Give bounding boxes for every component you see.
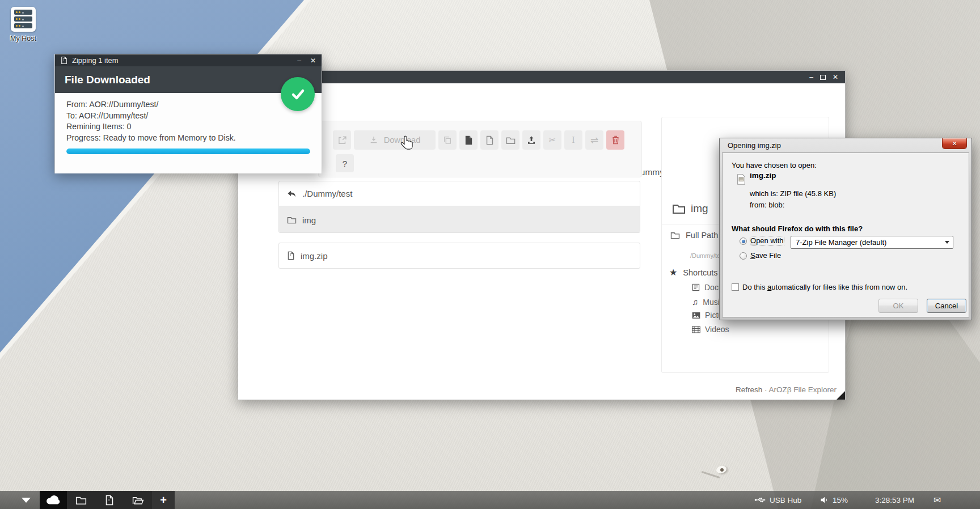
zipping-details: From: AOR://Dummy/test/ To: AOR://Dummy/… [55,93,322,173]
dialog-source: from: blob: [750,201,784,209]
copy-button[interactable] [438,130,457,150]
taskbar-cloud-app[interactable] [40,491,67,509]
shortcut-videos[interactable]: Videos [692,325,729,334]
minimize-icon[interactable]: – [809,74,813,80]
progress-bar [66,149,310,154]
selected-item-heading: img [672,202,708,215]
messages-tray-item[interactable]: ✉ [933,491,941,509]
do-automatically-label[interactable]: Do this automatically for files like thi… [742,283,907,291]
open-with-label[interactable]: Open with [750,236,784,245]
list-item-label: img.zip [301,251,328,261]
rename-button[interactable]: I [564,130,582,150]
dialog-filetype: which is: ZIP file (45.8 KB) [750,189,836,198]
usb-icon [754,496,766,504]
music-icon: ♫ [692,297,698,307]
server-icon [11,7,36,32]
ok-button[interactable]: OK [878,299,918,313]
list-item-folder-selected[interactable]: img [279,206,640,233]
close-icon[interactable]: ✕ [833,74,838,80]
volume-label: 15% [833,496,848,504]
upload-button[interactable] [522,130,540,150]
download-button[interactable]: Download [354,130,436,150]
file-list-zip: img.zip [278,243,640,269]
progress-bar-fill [66,149,310,154]
taskbar-folder-app[interactable] [67,491,95,509]
zipping-titlebar[interactable]: Zipping 1 item – ✕ [55,54,322,66]
clock-label: 3:28:53 PM [875,496,914,504]
open-folder-icon [132,495,144,505]
dropdown-value: 7-Zip File Manager (default) [796,238,886,247]
open-with-radio[interactable] [740,237,747,245]
zip-file-icon [61,56,67,65]
dialog-title: Opening img.zip [728,141,781,150]
star-icon: ★ [669,267,677,278]
envelope-icon: ✉ [933,495,941,506]
taskbar: + USB Hub 15% 3:28:53 PM ✉ [0,491,980,509]
delete-button[interactable] [606,130,624,150]
cloud-icon [46,495,61,505]
desktop-icon-label: My Host [6,35,41,43]
folder-icon [75,495,87,505]
save-file-label[interactable]: Save File [750,251,781,260]
usb-label: USB Hub [770,496,801,504]
desktop-icon-my-host[interactable]: My Host [6,7,41,43]
dialog-question: What should Firefox do with this file? [732,224,863,233]
zip-from-line: From: AOR://Dummy/test/ [66,99,310,111]
taskbar-add-app-button[interactable]: + [152,491,175,509]
dialog-intro: You have chosen to open: [732,161,817,169]
explorer-footer: Refresh · ArOZβ File Explorer [736,385,837,394]
zip-file-icon [105,495,114,506]
list-item-up[interactable]: ./Dummy/test [279,181,640,206]
folder-icon [672,203,686,214]
success-check-icon [281,77,315,111]
chevron-down-icon [945,241,949,244]
dialog-body: You have chosen to open: img.zip which i… [722,152,969,317]
zip-file-icon [737,174,746,185]
explorer-titlebar[interactable]: – ✕ [238,71,845,83]
taskbar-app-block: + [40,491,175,509]
shortcuts-row: ★ Shortcuts [669,267,718,278]
firefox-opening-dialog: Opening img.zip ✕ You have chosen to ope… [719,138,972,320]
speaker-icon [820,496,829,504]
usb-tray-item[interactable]: USB Hub [754,491,801,509]
list-item-label: img [302,215,316,225]
paste-button[interactable] [459,130,478,150]
minimize-icon[interactable]: – [297,57,301,64]
maximize-icon[interactable] [820,75,826,80]
clock-tray-item[interactable]: 3:28:53 PM [875,491,914,509]
pictures-icon [692,312,700,319]
refresh-link[interactable]: Refresh [736,385,762,394]
toolbar: Download ✂ [318,121,642,177]
new-folder-button[interactable] [501,130,519,150]
help-button[interactable]: ? [336,154,354,172]
cut-button[interactable]: ✂ [543,130,561,150]
wall-nail [720,468,724,472]
zip-remaining-line: Remining Items: 0 [66,121,310,133]
full-path-row: Full Path [670,231,718,240]
documents-icon [692,283,700,291]
open-external-button[interactable] [333,130,351,150]
zipping-window-title: Zipping 1 item [72,56,293,65]
zip-to-line: To: AOR://Dummy/test/ [66,111,310,122]
open-with-dropdown[interactable]: 7-Zip File Manager (default) [791,236,953,249]
do-automatically-checkbox[interactable] [732,283,739,291]
file-list: ./Dummy/test img [278,181,640,233]
new-file-button[interactable] [480,130,499,150]
taskbar-chevron-icon[interactable] [22,498,31,503]
folder-icon [670,231,680,239]
zip-progress-line: Progress: Ready to move from Memory to D… [66,133,310,144]
close-icon[interactable]: ✕ [310,57,316,64]
volume-tray-item[interactable]: 15% [820,491,848,509]
taskbar-open-folder-app[interactable] [124,491,152,509]
move-button[interactable]: ⇌ [585,130,603,150]
list-item-label: ./Dummy/test [302,189,352,198]
hand-cursor [400,135,413,151]
taskbar-zip-app[interactable] [95,491,124,509]
resize-grip[interactable] [837,391,845,400]
list-item-zipfile[interactable]: img.zip [279,243,640,268]
desktop: My Host – ✕ iewer / admin IMUS_SERVER (M… [0,0,980,509]
brand-label: ArOZβ File Explorer [768,385,837,394]
save-file-radio[interactable] [740,252,747,260]
cancel-button[interactable]: Cancel [927,299,966,313]
close-icon[interactable]: ✕ [942,138,967,149]
